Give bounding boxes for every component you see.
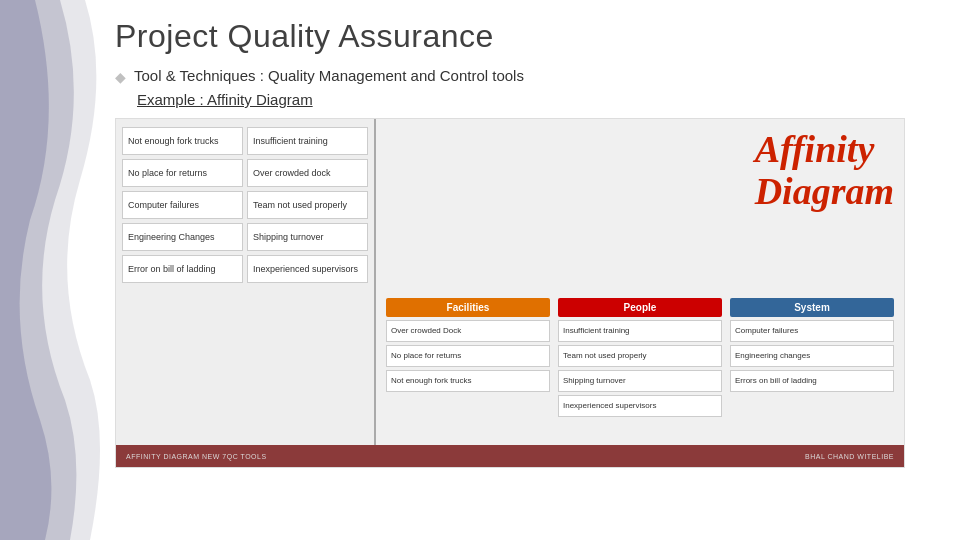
bullet-diamond-icon: ◆: [115, 69, 126, 85]
card-row-2: No place for returns Over crowded dock: [122, 159, 368, 187]
facilities-header: Facilities: [386, 298, 550, 317]
people-card-3: Shipping turnover: [558, 370, 722, 392]
card: Engineering Changes: [122, 223, 243, 251]
card-row-1: Not enough fork trucks Insufficient trai…: [122, 127, 368, 155]
people-header: People: [558, 298, 722, 317]
left-decoration: [0, 0, 110, 540]
affinity-title-line1: Affinity: [755, 129, 894, 171]
card: Team not used properly: [247, 191, 368, 219]
people-group: People Insufficient training Team not us…: [558, 298, 722, 417]
system-group: System Computer failures Engineering cha…: [730, 298, 894, 417]
people-card-4: Inexperienced supervisors: [558, 395, 722, 417]
card: Not enough fork trucks: [122, 127, 243, 155]
system-card-3: Errors on bill of ladding: [730, 370, 894, 392]
main-content: Project Quality Assurance ◆ Tool & Techn…: [115, 18, 950, 530]
facilities-card-3: Not enough fork trucks: [386, 370, 550, 392]
facilities-group: Facilities Over crowded Dock No place fo…: [386, 298, 550, 417]
example-label: Example : Affinity Diagram: [137, 91, 950, 108]
right-panel: Affinity Diagram Facilities Over crowded…: [376, 119, 904, 467]
facilities-card-1: Over crowded Dock: [386, 320, 550, 342]
affinity-title-line2: Diagram: [755, 171, 894, 213]
card-row-3: Computer failures Team not used properly: [122, 191, 368, 219]
facilities-card-2: No place for returns: [386, 345, 550, 367]
affinity-diagram-title: Affinity Diagram: [755, 129, 894, 213]
card-row-5: Error on bill of ladding Inexperienced s…: [122, 255, 368, 283]
groups-row: Facilities Over crowded Dock No place fo…: [386, 298, 894, 417]
card-row-4: Engineering Changes Shipping turnover: [122, 223, 368, 251]
people-card-1: Insufficient training: [558, 320, 722, 342]
card: Error on bill of ladding: [122, 255, 243, 283]
system-card-2: Engineering changes: [730, 345, 894, 367]
diagram-container: Not enough fork trucks Insufficient trai…: [115, 118, 905, 468]
card: Computer failures: [122, 191, 243, 219]
footer-left-text: AFFINITY DIAGRAM NEW 7QC TOOLS: [126, 453, 267, 460]
diagram-footer: AFFINITY DIAGRAM NEW 7QC TOOLS BHAL CHAN…: [116, 445, 904, 467]
people-card-2: Team not used properly: [558, 345, 722, 367]
card: No place for returns: [122, 159, 243, 187]
card: Shipping turnover: [247, 223, 368, 251]
system-card-1: Computer failures: [730, 320, 894, 342]
system-header: System: [730, 298, 894, 317]
left-panel: Not enough fork trucks Insufficient trai…: [116, 119, 376, 467]
card: Insufficient training: [247, 127, 368, 155]
bullet-item: ◆ Tool & Techniques : Quality Management…: [115, 67, 950, 85]
card: Inexperienced supervisors: [247, 255, 368, 283]
footer-right-text: BHAL CHAND WITELIBE: [805, 453, 894, 460]
card: Over crowded dock: [247, 159, 368, 187]
bullet-text: Tool & Techniques : Quality Management a…: [134, 67, 524, 84]
page-title: Project Quality Assurance: [115, 18, 950, 55]
